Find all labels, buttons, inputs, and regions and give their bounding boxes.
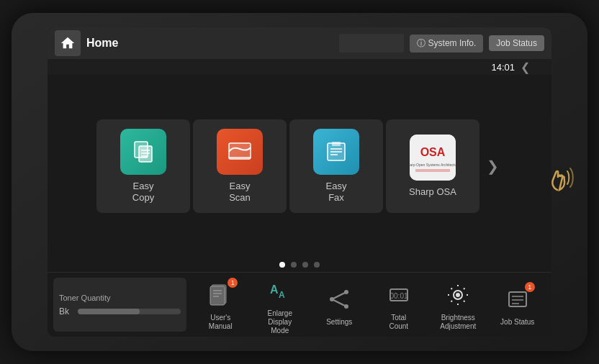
svg-text:OSA: OSA <box>420 146 446 158</box>
svg-rect-17 <box>210 286 225 305</box>
easy-copy-label: EasyCopy <box>132 181 154 203</box>
enlarge-display-icon: A A <box>264 275 296 306</box>
total-count-button[interactable]: 00:01 TotalCount <box>377 279 420 331</box>
nfc-touch-icon <box>543 161 579 203</box>
svg-line-23 <box>332 292 346 299</box>
svg-line-36 <box>451 288 453 289</box>
users-manual-button[interactable]: 1 User'sManual <box>199 279 242 331</box>
clock-display: 14:01 <box>491 62 515 73</box>
app-tile-easy-scan[interactable]: EasyScan <box>193 119 287 213</box>
easy-fax-label: EasyFax <box>326 181 347 203</box>
svg-line-38 <box>464 288 465 289</box>
collapse-panel-button[interactable]: ❮ <box>521 60 530 74</box>
job-status-bottom-label: Job Status <box>500 318 534 327</box>
users-manual-badge: 1 <box>228 278 238 288</box>
svg-point-31 <box>456 293 460 297</box>
system-info-button[interactable]: ⓘ System Info. <box>410 35 483 53</box>
svg-point-26 <box>344 290 348 294</box>
dot-2[interactable] <box>291 262 297 268</box>
svg-point-25 <box>330 297 334 301</box>
easy-fax-icon <box>313 129 359 175</box>
svg-rect-1 <box>139 146 152 162</box>
svg-text:Sharp Open Systems Architectur: Sharp Open Systems Architecture <box>410 163 456 167</box>
sharp-osa-label: Sharp OSA <box>409 186 456 198</box>
total-count-label: TotalCount <box>389 314 408 331</box>
app-tile-easy-fax[interactable]: EasyFax <box>289 119 383 213</box>
screen: Home ⓘ System Info. Job Status 14:01 ❮ <box>48 27 551 337</box>
brightness-button[interactable]: BrightnessAdjustment <box>436 279 479 331</box>
page-title: Home <box>86 37 333 50</box>
toner-bk-bar-bg <box>78 309 181 314</box>
job-status-bottom-icon: 1 <box>502 283 533 315</box>
app-grid: EasyCopy EasyScan <box>48 75 551 258</box>
total-count-icon: 00:01 <box>383 279 415 311</box>
easy-scan-label: EasyScan <box>229 181 251 203</box>
time-row: 14:01 ❮ <box>48 59 551 75</box>
search-bar <box>339 34 404 53</box>
pagination <box>48 258 551 272</box>
brightness-icon <box>442 279 474 311</box>
bottom-tools: 1 User'sManual A A EnlargeDisplayMode <box>192 275 546 335</box>
job-status-badge: 1 <box>525 282 535 292</box>
home-button[interactable] <box>55 30 81 56</box>
app-tile-easy-copy[interactable]: EasyCopy <box>96 119 190 213</box>
svg-rect-11 <box>332 142 341 146</box>
toner-bk-bar-fill <box>78 309 140 314</box>
dot-3[interactable] <box>302 262 308 268</box>
svg-rect-15 <box>415 169 450 172</box>
bottom-toolbar: Toner Quantity Bk <box>48 272 551 337</box>
enlarge-display-button[interactable]: A A EnlargeDisplayMode <box>258 275 302 335</box>
svg-text:A: A <box>279 290 285 300</box>
svg-line-37 <box>464 301 465 302</box>
easy-scan-icon <box>217 129 263 175</box>
device-body: Home ⓘ System Info. Job Status 14:01 ❮ <box>12 13 587 351</box>
toner-bk-key: Bk <box>59 306 72 317</box>
dot-1[interactable] <box>279 262 285 268</box>
job-status-header-button[interactable]: Job Status <box>489 35 544 51</box>
svg-rect-40 <box>509 292 526 306</box>
svg-point-27 <box>344 304 348 309</box>
users-manual-label: User'sManual <box>209 314 233 331</box>
svg-line-24 <box>332 299 346 306</box>
sharp-osa-icon: OSA Sharp Open Systems Architecture <box>410 135 456 181</box>
settings-icon <box>323 283 355 315</box>
svg-line-39 <box>451 301 453 302</box>
toner-quantity-label: Toner Quantity <box>59 294 181 302</box>
next-page-button[interactable]: ❯ <box>482 156 503 176</box>
dot-4[interactable] <box>314 262 320 268</box>
users-manual-icon: 1 <box>204 279 236 311</box>
svg-text:00:01: 00:01 <box>389 292 407 300</box>
settings-label: Settings <box>326 318 352 327</box>
brightness-label: BrightnessAdjustment <box>440 314 476 331</box>
svg-text:A: A <box>270 283 279 296</box>
settings-button[interactable]: Settings <box>317 283 361 327</box>
job-status-bottom-button[interactable]: 1 Job Status <box>496 283 539 327</box>
easy-copy-icon <box>120 129 166 175</box>
toner-bk-row: Bk <box>59 306 181 317</box>
toner-quantity-panel: Toner Quantity Bk <box>53 278 186 332</box>
header-bar: Home ⓘ System Info. Job Status <box>48 27 551 59</box>
svg-rect-5 <box>229 143 251 159</box>
main-content: EasyCopy EasyScan <box>48 75 551 337</box>
app-tile-sharp-osa[interactable]: OSA Sharp Open Systems Architecture Shar… <box>386 119 479 213</box>
enlarge-display-label: EnlargeDisplayMode <box>268 309 292 335</box>
